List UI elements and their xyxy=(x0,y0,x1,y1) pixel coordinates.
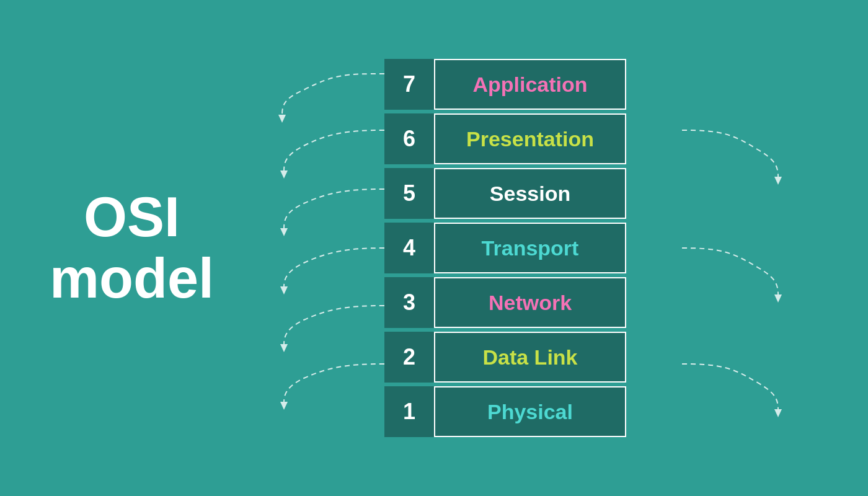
layer-row-2: 2Data Link xyxy=(384,332,626,383)
title-line2: model xyxy=(50,248,214,309)
svg-marker-0 xyxy=(278,115,286,123)
layer-row-4: 4Transport xyxy=(384,223,626,273)
title-line1: OSI xyxy=(50,187,214,248)
layer-row-5: 5Session xyxy=(384,168,626,219)
svg-marker-8 xyxy=(774,409,782,417)
layer-number-5: 5 xyxy=(384,168,434,219)
layer-row-7: 7Application xyxy=(384,59,626,110)
svg-marker-4 xyxy=(280,344,288,352)
osi-diagram: 7Application6Presentation5Session4Transp… xyxy=(384,59,626,437)
layer-name-7: Application xyxy=(434,59,626,110)
layer-number-4: 4 xyxy=(384,223,434,273)
layer-row-1: 1Physical xyxy=(384,386,626,437)
svg-marker-3 xyxy=(280,286,288,294)
layer-row-6: 6Presentation xyxy=(384,113,626,164)
svg-marker-6 xyxy=(774,177,782,185)
layer-name-4: Transport xyxy=(434,223,626,273)
layer-name-6: Presentation xyxy=(434,113,626,164)
layer-number-1: 1 xyxy=(384,386,434,437)
layer-row-3: 3Network xyxy=(384,277,626,328)
layer-number-6: 6 xyxy=(384,113,434,164)
layer-name-3: Network xyxy=(434,277,626,328)
layer-number-2: 2 xyxy=(384,332,434,383)
svg-marker-2 xyxy=(280,228,288,236)
svg-marker-5 xyxy=(280,402,288,410)
layer-name-1: Physical xyxy=(434,386,626,437)
osi-title: OSI model xyxy=(50,187,214,309)
layer-name-2: Data Link xyxy=(434,332,626,383)
svg-marker-7 xyxy=(774,294,782,303)
layer-number-7: 7 xyxy=(384,59,434,110)
layer-name-5: Session xyxy=(434,168,626,219)
layer-number-3: 3 xyxy=(384,277,434,328)
svg-marker-1 xyxy=(280,170,288,179)
